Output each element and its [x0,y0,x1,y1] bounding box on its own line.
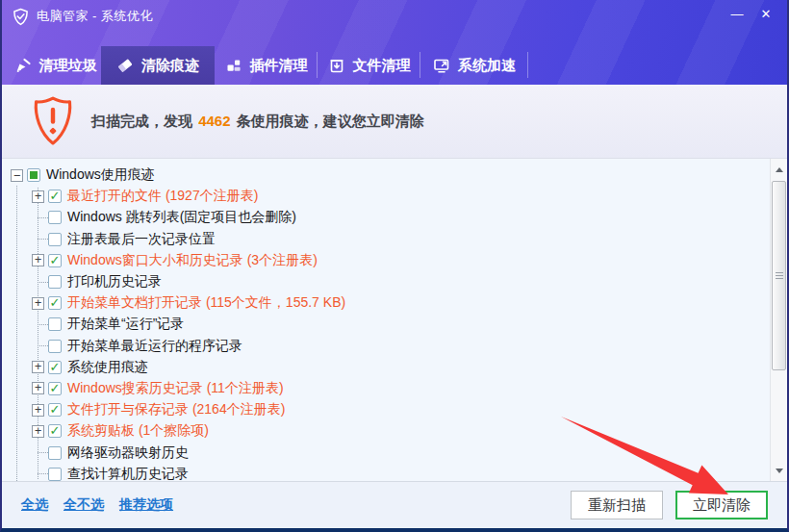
tab-bar: 清理垃圾清除痕迹插件清理文件清理系统加速 [2,46,787,85]
expand-toggle-icon[interactable]: + [32,425,44,438]
scan-result-prefix: 扫描完成，发现 [91,113,196,129]
scan-result-banner: 扫描完成，发现 4462 条使用痕迹，建议您立即清除 [2,85,787,159]
tree-item[interactable]: 开始菜单“运行”记录 [2,314,770,335]
tab-plugin-clean[interactable]: 插件清理 [215,46,318,85]
tree-item[interactable]: +✓Windows窗口大小和历史记录 (3个注册表) [2,250,770,271]
app-logo-shield-icon [12,8,30,26]
scroll-up-icon[interactable] [772,162,787,177]
tree-item-label: 开始菜单文档打开记录 (115个文件，155.7 KB) [67,294,345,312]
tree-item[interactable]: 网络驱动器映射历史 [2,442,770,463]
tree-item[interactable]: +✓文件打开与保存记录 (2164个注册表) [2,399,770,420]
expand-toggle-icon[interactable]: + [32,190,44,203]
tree-item[interactable]: 打印机历史记录 [2,271,770,292]
scan-result-suffix: 条使用痕迹，建议您立即清除 [233,113,424,129]
tree-connector [38,282,48,283]
checkbox-checked[interactable]: ✓ [48,403,62,417]
checkbox-unchecked[interactable] [48,446,62,460]
tab-label: 系统加速 [458,57,516,75]
broom-icon [14,57,32,74]
app-window: 电脑管家 - 系统优化 — ✕ 清理垃圾清除痕迹插件清理文件清理系统加速 扫描完… [0,0,789,532]
rescan-button[interactable]: 重新扫描 [571,491,663,519]
checkbox-checked[interactable]: ✓ [48,424,62,438]
expand-toggle-icon[interactable]: + [32,404,44,417]
partial-check-icon [30,171,38,179]
tree-connector [38,239,48,240]
window-title: 电脑管家 - 系统优化 [37,8,153,25]
recommended-options-link[interactable]: 推荐选项 [119,496,173,514]
tree-connector [38,345,48,346]
tree-item[interactable]: +✓系统剪贴板 (1个擦除项) [2,420,770,442]
trace-count: 4462 [196,113,232,129]
checkbox-checked[interactable]: ✓ [48,382,62,395]
tab-file-clean[interactable]: 文件清理 [318,46,420,85]
tab-label: 文件清理 [353,57,411,75]
expand-toggle-icon[interactable]: + [32,297,44,310]
checkbox-checked[interactable]: ✓ [48,361,62,374]
checkbox-unchecked[interactable] [48,317,62,331]
vertical-scrollbar[interactable] [770,159,787,481]
alert-shield-icon [31,94,75,148]
checkbox-unchecked[interactable] [48,211,62,224]
checkbox-checked[interactable]: ✓ [48,190,62,203]
scroll-down-icon[interactable] [772,463,787,478]
minimize-button[interactable]: — [725,4,749,25]
tree-item[interactable]: 开始菜单最近运行的程序记录 [2,336,770,357]
trace-tree: −Windows使用痕迹+✓最近打开的文件 (1927个注册表)Windows … [2,159,770,481]
tree-item-label: 网络驱动器映射历史 [67,444,189,462]
expand-toggle-icon[interactable]: + [32,361,44,373]
tree-item-label: Windows窗口大小和历史记录 (3个注册表) [67,252,318,269]
tree-item[interactable]: 查找计算机历史记录 [2,464,770,481]
tab-label: 清除痕迹 [141,57,199,75]
tree-item[interactable]: Windows 跳转列表(固定项目也会删除) [2,207,770,228]
clean-now-button[interactable]: 立即清除 [675,491,768,519]
select-all-link[interactable]: 全选 [21,496,48,514]
scan-result-text: 扫描完成，发现 4462 条使用痕迹，建议您立即清除 [91,113,424,131]
scrollbar-thumb[interactable] [772,181,786,370]
window-controls: — ✕ [725,4,777,25]
tree-connector [38,217,48,218]
tab-clear-traces[interactable]: 清除痕迹 [101,46,215,85]
close-button[interactable]: ✕ [754,4,777,25]
tree-item-label: 最近打开的文件 (1927个注册表) [67,188,258,205]
checkbox-checked[interactable]: ✓ [48,296,62,310]
checkbox-checked[interactable]: ✓ [48,254,62,267]
tree-item-label: Windows 跳转列表(固定项目也会删除) [67,209,296,226]
trace-tree-panel: −Windows使用痕迹+✓最近打开的文件 (1927个注册表)Windows … [2,159,787,481]
tree-connector [38,324,48,325]
footer-bar: 全选全不选推荐选项重新扫描 立即清除 [2,481,787,528]
tab-label: 插件清理 [250,57,308,75]
tree-item[interactable]: +✓开始菜单文档打开记录 (115个文件，155.7 KB) [2,292,770,314]
plugin-icon [225,57,242,74]
scrollbar-grip-icon [776,272,783,280]
tree-item-label: 打印机历史记录 [67,273,162,291]
tree-item-label: 系统使用痕迹 [67,359,148,376]
tree-item[interactable]: +✓Windows搜索历史记录 (11个注册表) [2,378,770,399]
checkbox-unchecked[interactable] [48,340,62,353]
expand-toggle-icon[interactable]: + [32,254,44,266]
tree-item-label: 开始菜单最近运行的程序记录 [67,338,242,355]
collapse-toggle-icon[interactable]: − [11,169,23,182]
select-none-link[interactable]: 全不选 [64,496,104,514]
eraser-icon [116,57,134,74]
checkbox-unchecked[interactable] [48,468,62,481]
tree-item-label: Windows搜索历史记录 (11个注册表) [67,380,284,397]
speedup-icon [433,57,450,74]
expand-toggle-icon[interactable]: + [32,382,44,394]
checkbox-unchecked[interactable] [48,275,62,289]
tree-item-label: 系统剪贴板 (1个擦除项) [67,422,209,440]
tree-item-label: Windows使用痕迹 [46,166,155,184]
tree-connector [38,452,48,453]
file-clean-icon [328,57,345,74]
tree-item[interactable]: −Windows使用痕迹 [2,165,770,186]
tab-label: 清理垃圾 [39,57,97,75]
tree-item-label: 文件打开与保存记录 (2164个注册表) [67,401,285,418]
tree-connector [38,473,48,474]
tree-item-label: 注册表最后一次记录位置 [67,231,216,248]
checkbox-unchecked[interactable] [48,233,62,246]
tree-item[interactable]: +✓最近打开的文件 (1927个注册表) [2,186,770,207]
tab-system-speedup[interactable]: 系统加速 [420,46,528,85]
tree-item[interactable]: 注册表最后一次记录位置 [2,229,770,250]
tab-clean-trash[interactable]: 清理垃圾 [10,46,101,85]
tree-item[interactable]: +✓系统使用痕迹 [2,357,770,378]
checkbox-partial[interactable] [27,168,40,182]
